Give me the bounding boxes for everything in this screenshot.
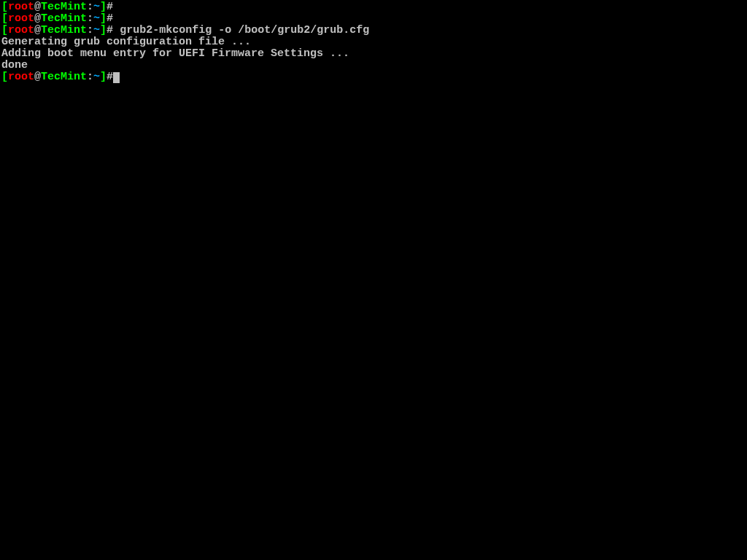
prompt-user: root — [8, 1, 34, 13]
output-line-3: done — [1, 60, 746, 71]
prompt-at: @ — [34, 71, 41, 83]
bracket-open: [ — [1, 1, 8, 13]
prompt-path: ~ — [93, 12, 100, 25]
prompt-line-4: [root@TecMint:~]# — [1, 71, 746, 83]
prompt-path: ~ — [93, 1, 100, 13]
bracket-open: [ — [1, 12, 8, 25]
bracket-open: [ — [1, 24, 8, 36]
output-line-2: Adding boot menu entry for UEFI Firmware… — [1, 48, 746, 60]
prompt-hash: # — [107, 1, 113, 13]
prompt-at: @ — [34, 24, 41, 36]
prompt-host: TecMint — [41, 1, 87, 13]
prompt-user: root — [8, 24, 34, 36]
bracket-open: [ — [1, 71, 8, 83]
prompt-at: @ — [34, 1, 41, 13]
output-line-1: Generating grub configuration file ... — [1, 36, 746, 48]
bracket-close: ] — [100, 71, 107, 83]
prompt-hash: # — [107, 24, 113, 36]
prompt-colon: : — [87, 1, 93, 13]
prompt-user: root — [8, 12, 34, 25]
prompt-hash: # — [107, 71, 113, 83]
prompt-colon: : — [87, 71, 93, 83]
prompt-at: @ — [34, 12, 41, 25]
cursor-icon — [113, 72, 120, 83]
prompt-colon: : — [87, 12, 93, 25]
prompt-path: ~ — [93, 71, 100, 83]
bracket-close: ] — [100, 12, 107, 25]
prompt-host: TecMint — [41, 71, 87, 83]
prompt-line-2: [root@TecMint:~]# — [1, 13, 746, 25]
prompt-line-1: [root@TecMint:~]# — [1, 1, 746, 13]
bracket-close: ] — [100, 24, 107, 36]
prompt-host: TecMint — [41, 24, 87, 36]
prompt-colon: : — [87, 24, 93, 36]
command-text: grub2-mkconfig -o /boot/grub2/grub.cfg — [113, 24, 369, 36]
prompt-host: TecMint — [41, 12, 87, 25]
terminal-output[interactable]: [root@TecMint:~]# [root@TecMint:~]# [roo… — [1, 1, 746, 83]
prompt-path: ~ — [93, 24, 100, 36]
prompt-line-3: [root@TecMint:~]# grub2-mkconfig -o /boo… — [1, 25, 746, 36]
prompt-hash: # — [107, 12, 113, 25]
prompt-user: root — [8, 71, 34, 83]
bracket-close: ] — [100, 1, 107, 13]
